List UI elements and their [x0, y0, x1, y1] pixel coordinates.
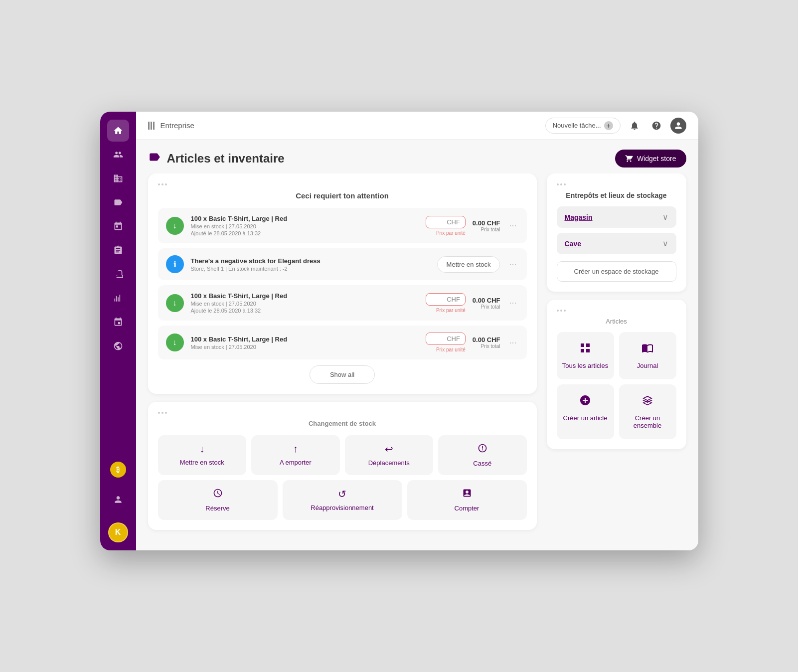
widget-store-button[interactable]: Widget store: [615, 150, 686, 168]
stock-action-label: Réapprovisionnement: [311, 504, 373, 511]
journal-button[interactable]: Journal: [619, 332, 676, 379]
user-icon[interactable]: [670, 118, 686, 134]
articles-grid: Tous les articles Journal: [557, 332, 676, 439]
left-panel: Ceci requiert ton attention ↓ 100 x Basi…: [148, 173, 537, 538]
item-subtitle1: Mise en stock | 27.05.2020: [191, 301, 419, 307]
creer-article-label: Créer un article: [563, 414, 608, 422]
stock-action-mettre[interactable]: ↓ Mettre en stock: [158, 435, 247, 475]
help-icon[interactable]: [648, 118, 664, 134]
stock-action-emporter[interactable]: ↑ A emporter: [251, 435, 340, 475]
reserve-icon: [213, 488, 223, 501]
sidebar-item-person[interactable]: [107, 489, 129, 510]
price-total: 0.00 CHF Prix total: [473, 336, 500, 349]
sidebar-item-chart[interactable]: [107, 287, 129, 309]
stock-action-reserve[interactable]: Réserve: [158, 480, 278, 520]
menu-icon[interactable]: [148, 122, 155, 130]
page-header: Articles et inventaire Widget store: [136, 140, 698, 173]
item-price-area: Prix par unité: [426, 333, 466, 352]
sidebar: ₿ K: [100, 112, 136, 550]
sidebar-item-users[interactable]: [107, 144, 129, 166]
stock-action-label: A emporter: [280, 459, 312, 466]
plus-circle-icon: [579, 394, 591, 409]
stock-actions-row2: Réserve ↺ Réapprovisionnement Compter: [158, 480, 527, 520]
price-input[interactable]: [426, 216, 466, 228]
show-all-button[interactable]: Show all: [310, 365, 375, 384]
item-price-area: Prix par unité: [426, 293, 466, 313]
sidebar-item-globe[interactable]: [107, 335, 129, 357]
journal-label: Journal: [637, 362, 658, 369]
sidebar-user-avatar[interactable]: K: [108, 522, 128, 542]
card-dots: [158, 183, 527, 185]
card-dots: [557, 183, 676, 185]
item-content: 100 x Basic T-Shirt, Large | Red Mise en…: [191, 336, 419, 350]
total-label: Prix total: [473, 227, 500, 232]
page-header-icon: [148, 151, 161, 167]
item-icon-green: ↓: [166, 217, 184, 235]
count-icon: [462, 488, 472, 501]
company-name: Entreprise: [160, 121, 539, 130]
creer-article-button[interactable]: Créer un article: [557, 384, 614, 439]
chevron-down-icon: ∨: [662, 212, 668, 222]
item-subtitle1: Mise en stock | 27.05.2020: [191, 223, 419, 229]
stock-action-label: Déplacements: [368, 459, 410, 467]
tous-les-articles-button[interactable]: Tous les articles: [557, 332, 614, 379]
item-more-button[interactable]: ···: [507, 218, 518, 233]
book-open-icon: [641, 342, 653, 357]
item-more-button[interactable]: ···: [507, 336, 518, 350]
storage-card: Entrepôts et lieux de stockage Magasin ∨…: [547, 173, 686, 292]
storage-item-magasin[interactable]: Magasin ∨: [557, 206, 676, 228]
item-title: 100 x Basic T-Shirt, Large | Red: [191, 292, 419, 300]
new-task-label: Nouvelle tâche...: [553, 122, 601, 129]
layers-icon: [641, 394, 653, 409]
stock-action-reappro[interactable]: ↺ Réapprovisionnement: [283, 480, 402, 520]
sidebar-item-book[interactable]: [107, 263, 129, 285]
creer-ensemble-button[interactable]: Créer un ensemble: [619, 384, 676, 439]
stock-action-deplacements[interactable]: ↩ Déplacements: [345, 435, 434, 475]
sidebar-item-building[interactable]: [107, 168, 129, 189]
total-value: 0.00 CHF: [473, 336, 500, 343]
stock-action-label: Réserve: [205, 504, 229, 512]
item-content: There's a negative stock for Elegant dre…: [191, 257, 430, 272]
item-more-button[interactable]: ···: [507, 296, 518, 310]
storage-card-title: Entrepôts et lieux de stockage: [557, 191, 676, 199]
mettre-en-stock-button[interactable]: Mettre en stock: [437, 256, 500, 273]
notification-icon[interactable]: [627, 118, 642, 134]
add-icon: +: [604, 121, 613, 130]
right-panel: Entrepôts et lieux de stockage Magasin ∨…: [547, 173, 686, 538]
grid-icon: [579, 342, 591, 357]
sidebar-item-tag[interactable]: [107, 191, 129, 213]
topbar: Entreprise Nouvelle tâche... +: [136, 112, 698, 140]
main-area: Entreprise Nouvelle tâche... +: [136, 112, 698, 550]
item-title: 100 x Basic T-Shirt, Large | Red: [191, 215, 419, 222]
sidebar-item-cal2[interactable]: [107, 311, 129, 333]
cave-label: Cave: [565, 240, 581, 248]
item-content: 100 x Basic T-Shirt, Large | Red Mise en…: [191, 292, 419, 314]
chevron-down-icon: ∨: [662, 239, 668, 248]
sidebar-item-calendar[interactable]: [107, 215, 129, 237]
stock-card-title: Changement de stock: [158, 420, 527, 427]
move-icon: ↩: [385, 443, 393, 455]
price-input[interactable]: [426, 293, 466, 306]
sidebar-item-bitcoin[interactable]: ₿: [107, 459, 129, 481]
item-subtitle1: Mise en stock | 27.05.2020: [191, 344, 419, 350]
widget-store-label: Widget store: [637, 155, 676, 163]
stock-action-label: Mettre en stock: [180, 459, 224, 466]
new-task-button[interactable]: Nouvelle tâche... +: [545, 118, 621, 134]
price-input[interactable]: [426, 333, 466, 345]
create-storage-button[interactable]: Créer un espace de stockage: [557, 261, 676, 282]
attention-item: ↓ 100 x Basic T-Shirt, Large | Red Mise …: [158, 208, 527, 243]
stock-change-card: Changement de stock ↓ Mettre en stock ↑ …: [148, 402, 537, 530]
sidebar-item-home[interactable]: [107, 120, 129, 142]
item-more-button[interactable]: ···: [507, 257, 518, 272]
magasin-label: Magasin: [565, 213, 593, 221]
storage-item-cave[interactable]: Cave ∨: [557, 233, 676, 254]
stock-action-casse[interactable]: Cassé: [438, 435, 527, 475]
broken-icon: [478, 443, 487, 456]
card-dots: [158, 412, 527, 414]
stock-action-compter[interactable]: Compter: [407, 480, 527, 520]
total-label: Prix total: [473, 304, 500, 310]
sidebar-item-clipboard[interactable]: [107, 239, 129, 261]
item-title: 100 x Basic T-Shirt, Large | Red: [191, 336, 419, 343]
attention-item: ↓ 100 x Basic T-Shirt, Large | Red Mise …: [158, 285, 527, 321]
stock-action-label: Compter: [455, 504, 479, 512]
